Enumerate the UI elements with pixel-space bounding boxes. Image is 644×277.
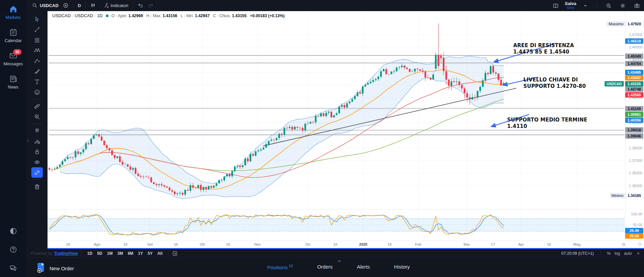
timezone-clock-icon[interactable] bbox=[637, 242, 642, 247]
legend-title: USDCAD · USDCAD · 1D bbox=[52, 13, 103, 18]
cursor-tool[interactable] bbox=[31, 14, 43, 24]
toolbar-divider bbox=[600, 250, 601, 256]
trash-icon bbox=[34, 183, 40, 190]
drawing-lock-tool[interactable] bbox=[31, 136, 43, 146]
sidebar-item-label: Messages bbox=[4, 62, 23, 66]
chart-annotation-1[interactable]: AREE DI RESISTENZA 1.4475 85 E 1.4540 bbox=[513, 42, 574, 55]
chart-annotation-3[interactable]: SUPPORTO MEDIO TERMINE 1.4110 bbox=[507, 117, 587, 130]
indicators-button[interactable]: ƒx Indicatori bbox=[103, 1, 130, 10]
save-layout-button[interactable]: Salva Salva bbox=[565, 2, 576, 10]
price-axis[interactable]: 1.470001.460001.450001.440001.430001.420… bbox=[625, 11, 644, 241]
tv-bottom-bar: Powered by TradingView 1D5D1M3M6M1Y5YAll… bbox=[26, 249, 644, 257]
interval-button[interactable]: D bbox=[76, 2, 83, 9]
emoji-tool[interactable] bbox=[31, 87, 43, 97]
range-selector: 1D5D1M3M6M1Y5YAll bbox=[85, 250, 165, 256]
range-1m-button[interactable]: 1M bbox=[105, 250, 115, 256]
tab-positions[interactable]: Positions10 bbox=[267, 264, 293, 270]
magnet-icon bbox=[34, 128, 40, 134]
sync-drawings-tool[interactable] bbox=[31, 167, 43, 178]
chat-icon[interactable] bbox=[9, 264, 18, 272]
home-icon bbox=[9, 5, 18, 14]
range-all-button[interactable]: All bbox=[155, 250, 165, 256]
tradingview-link[interactable]: TradingView bbox=[54, 251, 78, 256]
tab-orders[interactable]: Orders bbox=[317, 264, 333, 270]
xabcd-pattern-tool[interactable] bbox=[31, 45, 43, 56]
new-order-label: New Order bbox=[50, 266, 74, 271]
undo-button[interactable] bbox=[135, 1, 146, 10]
function-icon: ƒx bbox=[105, 2, 109, 8]
log-scale-button[interactable]: log bbox=[615, 251, 620, 256]
price-tick: 1.35000 bbox=[629, 184, 642, 188]
trash-tool[interactable] bbox=[31, 181, 43, 192]
forecast-tool[interactable] bbox=[31, 56, 43, 66]
compare-add-button[interactable] bbox=[61, 1, 71, 10]
session-clock: 07:20:09 (UTC+1) bbox=[561, 251, 594, 256]
text-icon bbox=[34, 78, 40, 85]
save-label: Salva bbox=[565, 2, 576, 6]
tab-history[interactable]: History bbox=[394, 264, 410, 270]
fib-retracement-tool[interactable] bbox=[31, 35, 43, 45]
symbol-search-button[interactable]: USDCAD bbox=[30, 1, 61, 10]
theme-icon[interactable] bbox=[9, 227, 18, 235]
range-5y-button[interactable]: 5Y bbox=[145, 250, 155, 256]
indicator-tick: 50.00 bbox=[633, 223, 642, 227]
layout-panel-button[interactable] bbox=[551, 1, 561, 10]
drawing-lock-icon bbox=[34, 138, 40, 145]
indicator-value-label: 20.88 bbox=[625, 233, 643, 239]
time-tick: 2025 bbox=[359, 242, 367, 246]
settings-button[interactable] bbox=[618, 1, 628, 10]
sidebar-item-messages[interactable]: Messages50 bbox=[0, 46, 26, 70]
chart-legend[interactable]: USDCAD · USDCAD · 1D O - Aper.1.42969H -… bbox=[52, 13, 284, 18]
ruler-tool[interactable] bbox=[31, 101, 43, 111]
chart-style-button[interactable] bbox=[88, 1, 98, 10]
text-tool[interactable] bbox=[31, 76, 43, 87]
range-6m-button[interactable]: 6M bbox=[125, 250, 136, 256]
price-tick: 1.36000 bbox=[629, 171, 642, 175]
sidebar-item-markets[interactable]: Markets bbox=[0, 0, 26, 23]
trend-line-icon bbox=[34, 26, 40, 33]
time-tick: 16 bbox=[547, 242, 551, 246]
range-1d-button[interactable]: 1D bbox=[85, 250, 95, 256]
help-icon[interactable] bbox=[9, 245, 18, 254]
quick-search-button[interactable] bbox=[604, 1, 614, 10]
sidebar-item-label: Calendar bbox=[5, 38, 22, 43]
auto-scale-button[interactable]: auto bbox=[624, 251, 632, 256]
sidebar-item-calendar[interactable]: Calendar bbox=[0, 23, 26, 46]
legend-item: O - Aper.1.42969 bbox=[112, 13, 143, 18]
new-order-button[interactable]: New Order bbox=[36, 263, 74, 274]
bottom-tabs: Positions10OrdersAlertsHistory bbox=[267, 264, 410, 270]
go-to-date-button[interactable] bbox=[172, 250, 178, 256]
axis-adjust-icon[interactable] bbox=[636, 251, 641, 256]
symbol-status-dot bbox=[106, 14, 109, 17]
toolbar-divider bbox=[81, 250, 82, 256]
time-tick: Ago bbox=[94, 242, 100, 246]
magnet-tool[interactable] bbox=[31, 126, 43, 136]
toolbar-divider bbox=[32, 179, 42, 180]
sidebar-item-label: News bbox=[8, 85, 18, 90]
brush-tool[interactable] bbox=[31, 66, 43, 76]
range-1y-button[interactable]: 1Y bbox=[136, 250, 146, 256]
range-5d-button[interactable]: 5D bbox=[95, 250, 104, 256]
lock-all-tool[interactable] bbox=[31, 146, 43, 157]
app-sidebar: MarketsCalendarMessages50News bbox=[0, 0, 26, 277]
price-label: 1.39418 bbox=[625, 127, 643, 133]
hide-drawings-tool[interactable] bbox=[31, 157, 43, 167]
chart-annotation-2[interactable]: LIVELLO CHIAVE DI SUPPORTO 1.4270-80 bbox=[523, 77, 586, 90]
snapshot-button[interactable] bbox=[632, 1, 642, 10]
panel-collapse-handle[interactable]: ‹ bbox=[27, 137, 29, 143]
save-sublabel: Salva bbox=[567, 6, 575, 10]
tab-alerts[interactable]: Alerts bbox=[357, 264, 370, 270]
trend-line-tool[interactable] bbox=[31, 24, 43, 35]
redo-button[interactable] bbox=[146, 1, 156, 10]
percent-scale-button[interactable]: % bbox=[607, 251, 611, 256]
chevron-down-icon[interactable] bbox=[580, 1, 590, 10]
range-3m-button[interactable]: 3M bbox=[115, 250, 125, 256]
panel-expand-chevron[interactable] bbox=[336, 258, 342, 264]
time-axis[interactable]: 16Ago16Set16Ott16NovDic16202516FebMar17A… bbox=[48, 241, 644, 248]
time-tick: Set bbox=[147, 242, 153, 246]
time-tick: 16 bbox=[174, 242, 178, 246]
massimo-label: Massimo1.47920 bbox=[607, 21, 643, 27]
sidebar-item-news[interactable]: News bbox=[0, 70, 26, 93]
zoom-in-tool[interactable] bbox=[31, 111, 43, 122]
chart-toolbar: USDCAD D ƒx Indicatori Salva Salva bbox=[26, 0, 644, 11]
